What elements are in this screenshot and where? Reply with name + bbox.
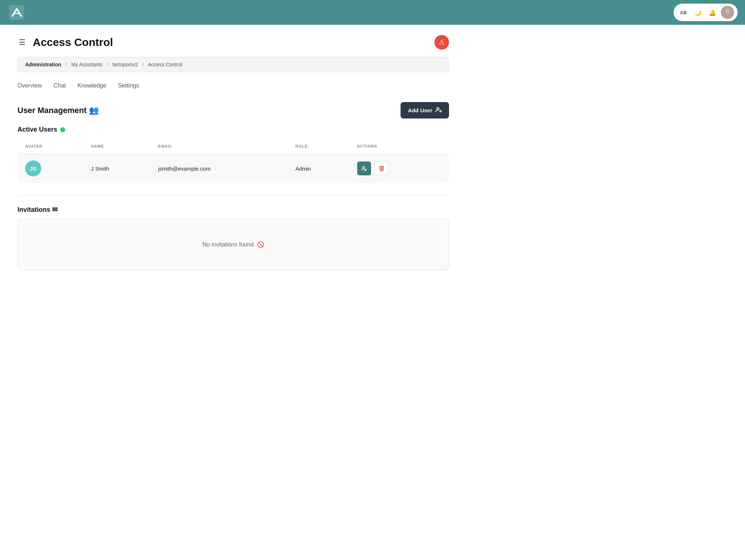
app-logo[interactable] — [7, 3, 26, 22]
col-role: ROLE — [288, 139, 350, 154]
user-management-title: User Management 👥 — [17, 106, 99, 115]
edit-role-button[interactable] — [357, 162, 371, 175]
breadcrumb: Administration / My Assistants / tartopo… — [17, 57, 449, 72]
invitations-box: No invitations found. 🚫 — [17, 219, 449, 270]
active-users-table: AVATAR NAME EMAIL ROLE ACTIONS JS J Smit… — [17, 139, 449, 183]
tab-chat[interactable]: Chat — [54, 82, 66, 90]
translate-button[interactable]: AB — [677, 6, 690, 19]
cell-email: jsmith@example.com — [151, 154, 288, 183]
cell-name: J Smith — [84, 154, 151, 183]
breadcrumb-access-control[interactable]: Access Control — [148, 62, 182, 67]
col-avatar: AVATAR — [18, 139, 84, 154]
alert-badge[interactable]: ⚠ — [434, 35, 449, 50]
col-email: EMAIL — [151, 139, 288, 154]
main-content: ☰ Access Control ⚠ Administration / My A… — [0, 25, 467, 280]
user-avatar-initials: JS — [25, 160, 41, 176]
svg-point-4 — [437, 108, 439, 110]
add-user-label: Add User — [408, 107, 432, 113]
tabs-nav: Overview Chat Knowledge Settings — [17, 82, 449, 90]
breadcrumb-assistant-name[interactable]: tartopomv2 — [113, 62, 138, 67]
active-users-title: Active Users — [17, 126, 449, 133]
col-name: NAME — [84, 139, 151, 154]
tab-overview[interactable]: Overview — [17, 82, 42, 90]
table-header-row: AVATAR NAME EMAIL ROLE ACTIONS — [18, 139, 449, 154]
cell-avatar: JS — [18, 154, 84, 183]
page-header-left: ☰ Access Control — [17, 36, 113, 48]
user-avatar[interactable] — [721, 6, 734, 19]
svg-rect-0 — [9, 5, 24, 20]
cell-role: Admin — [288, 154, 350, 183]
page-title: Access Control — [33, 36, 113, 48]
menu-toggle-button[interactable]: ☰ — [17, 36, 27, 48]
tab-settings[interactable]: Settings — [118, 82, 139, 90]
tab-knowledge[interactable]: Knowledge — [77, 82, 106, 90]
add-user-icon — [435, 106, 442, 114]
page-header: ☰ Access Control ⚠ — [17, 35, 449, 50]
breadcrumb-administration[interactable]: Administration — [25, 62, 61, 67]
section-divider — [17, 195, 449, 195]
svg-point-2 — [725, 8, 730, 13]
user-management-header: User Management 👥 Add User — [17, 102, 449, 118]
breadcrumb-my-assistants[interactable]: My Assistants — [71, 62, 102, 67]
active-users-indicator — [60, 127, 65, 132]
notifications-button[interactable]: 🔔 — [706, 6, 719, 19]
topbar: AB 🌙 🔔 — [0, 0, 745, 25]
no-invitations-message: No invitations found. 🚫 — [25, 241, 441, 248]
add-user-button[interactable]: Add User — [401, 102, 449, 118]
topbar-right-controls: AB 🌙 🔔 — [674, 4, 738, 21]
invitations-title: Invitations ✉ — [17, 206, 449, 214]
cell-actions — [350, 154, 449, 183]
col-actions: ACTIONS — [350, 139, 449, 154]
table-row: JS J Smith jsmith@example.com Admin — [18, 154, 449, 183]
delete-user-button[interactable] — [375, 162, 389, 175]
dark-mode-button[interactable]: 🌙 — [692, 6, 704, 19]
svg-point-7 — [363, 167, 364, 168]
